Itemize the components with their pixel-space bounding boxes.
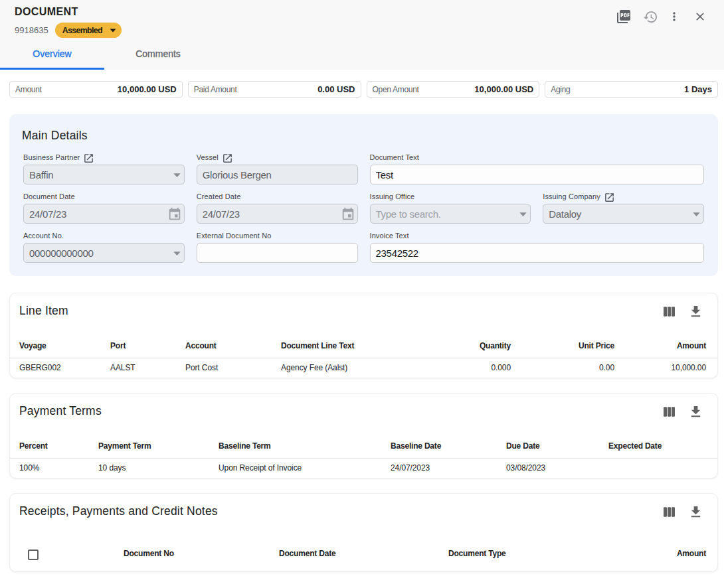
document-date-label: Document Date — [23, 192, 75, 200]
summary-label: Aging — [551, 85, 570, 94]
field-issuing-company: Issuing Company — [543, 192, 704, 224]
column-header[interactable]: Document Type — [448, 535, 626, 571]
document-text-field[interactable] — [370, 165, 705, 184]
tab-comments[interactable]: Comments — [104, 42, 212, 70]
payment-terms-row[interactable]: 100% 10 days Upon Receipt of Invoice 24/… — [10, 458, 717, 478]
column-header[interactable]: Quantity — [399, 334, 522, 358]
column-header[interactable]: Expected Date — [608, 434, 717, 458]
column-header[interactable]: Baseline Date — [391, 434, 506, 458]
business-partner-input — [24, 165, 184, 184]
header-actions — [616, 9, 708, 25]
pdf-export-button[interactable] — [616, 9, 632, 25]
business-partner-select[interactable] — [23, 165, 185, 184]
field-document-date: Document Date — [23, 192, 185, 224]
history-icon — [643, 9, 658, 25]
fields-grid: Business Partner Vessel — [23, 153, 704, 263]
summary-value: 10,000.00 USD — [474, 84, 533, 94]
card-head: Payment Terms — [10, 394, 717, 418]
issuing-office-input — [371, 204, 531, 223]
external-document-no-input[interactable] — [197, 244, 357, 262]
issuing-company-input — [543, 204, 703, 223]
issuing-office-select[interactable] — [370, 204, 531, 224]
issuing-company-select[interactable] — [543, 204, 704, 224]
line-item-table: Voyage Port Account Document Line Text Q… — [10, 334, 717, 378]
column-header[interactable]: Voyage — [10, 334, 110, 358]
line-item-row[interactable]: GBERG002 AALST Port Cost Agency Fee (Aal… — [10, 358, 717, 378]
caret-down-icon — [110, 29, 116, 33]
field-document-text: Document Text — [370, 153, 705, 184]
status-badge-label: Assembled — [62, 26, 102, 35]
columns-icon — [664, 407, 675, 417]
more-vert-icon — [668, 10, 681, 23]
card-head: Receipts, Payments and Credit Notes — [10, 494, 717, 518]
columns-button[interactable] — [661, 504, 677, 520]
tab-overview[interactable]: Overview — [0, 42, 104, 70]
line-item-title: Line Item — [19, 304, 68, 317]
created-date-field[interactable] — [197, 204, 358, 224]
column-header[interactable]: Payment Term — [98, 434, 219, 458]
open-link-icon[interactable] — [222, 153, 233, 164]
column-header[interactable]: Document No — [124, 535, 279, 571]
dialog-header: DOCUMENT 9918635 Assembled — [0, 0, 724, 70]
column-header[interactable]: Amount — [626, 334, 717, 358]
column-header[interactable]: Account — [185, 334, 281, 358]
columns-button[interactable] — [661, 404, 677, 419]
receipts-title: Receipts, Payments and Credit Notes — [19, 504, 218, 518]
download-icon — [688, 304, 703, 319]
invoice-text-input[interactable] — [371, 244, 704, 262]
issuing-office-label: Issuing Office — [370, 192, 415, 200]
card-tools — [661, 404, 703, 419]
download-button[interactable] — [687, 404, 703, 419]
account-no-label: Account No. — [23, 232, 64, 240]
payment-terms-table: Percent Payment Term Baseline Term Basel… — [10, 434, 717, 478]
line-item-section: Line Item Voyage Port — [9, 293, 718, 378]
main-details-title: Main Details — [22, 129, 704, 142]
history-button[interactable] — [642, 9, 658, 25]
document-date-field[interactable] — [23, 204, 185, 224]
column-header[interactable]: Unit Price — [522, 334, 626, 358]
summary-label: Paid Amount — [194, 85, 237, 94]
cell-voyage: GBERG002 — [10, 358, 110, 378]
tab-bar: Overview Comments — [0, 42, 724, 70]
cell-expected-date — [608, 458, 717, 478]
document-number: 9918635 — [15, 25, 48, 35]
summary-label: Open Amount — [373, 85, 419, 94]
document-text-input[interactable] — [371, 165, 704, 184]
external-document-no-field[interactable] — [197, 243, 358, 263]
cell-amount: 10,000.00 — [626, 358, 717, 378]
field-created-date: Created Date — [197, 192, 358, 224]
column-header[interactable]: Amount — [626, 535, 717, 571]
vessel-label: Vessel — [197, 153, 219, 161]
subtitle-row: 9918635 Assembled — [15, 23, 724, 38]
download-icon — [688, 404, 703, 419]
select-all-checkbox[interactable] — [28, 550, 39, 560]
column-header[interactable]: Baseline Term — [219, 434, 391, 458]
download-button[interactable] — [687, 303, 703, 319]
summary-card-open-amount: Open Amount 10,000.00 USD — [367, 81, 540, 98]
field-invoice-text: Invoice Text — [370, 231, 705, 263]
invoice-text-field[interactable] — [370, 243, 705, 263]
summary-card-amount: Amount 10,000.00 USD — [9, 81, 183, 98]
summary-value: 0.00 USD — [317, 84, 355, 94]
card-tools — [661, 303, 703, 319]
open-link-icon[interactable] — [604, 192, 615, 203]
column-header[interactable]: Document Line Text — [281, 334, 399, 358]
column-header[interactable]: Percent — [10, 434, 98, 458]
card-tools — [661, 504, 703, 520]
field-vessel: Vessel — [197, 153, 358, 184]
download-button[interactable] — [687, 504, 703, 520]
document-text-label: Document Text — [370, 153, 419, 161]
column-header[interactable]: Document Date — [279, 535, 448, 571]
field-external-document-no: External Document No — [197, 231, 358, 263]
column-header[interactable]: Port — [110, 334, 185, 358]
field-account-no: Account No. — [23, 231, 185, 263]
column-header[interactable]: Due Date — [506, 434, 608, 458]
columns-button[interactable] — [661, 303, 677, 319]
open-link-icon[interactable] — [83, 153, 94, 164]
account-no-select[interactable] — [23, 243, 185, 263]
line-item-header-row: Voyage Port Account Document Line Text Q… — [10, 334, 717, 358]
close-button[interactable] — [692, 9, 708, 25]
vessel-field[interactable] — [197, 165, 358, 184]
status-badge[interactable]: Assembled — [55, 23, 122, 38]
more-menu-button[interactable] — [666, 9, 682, 25]
